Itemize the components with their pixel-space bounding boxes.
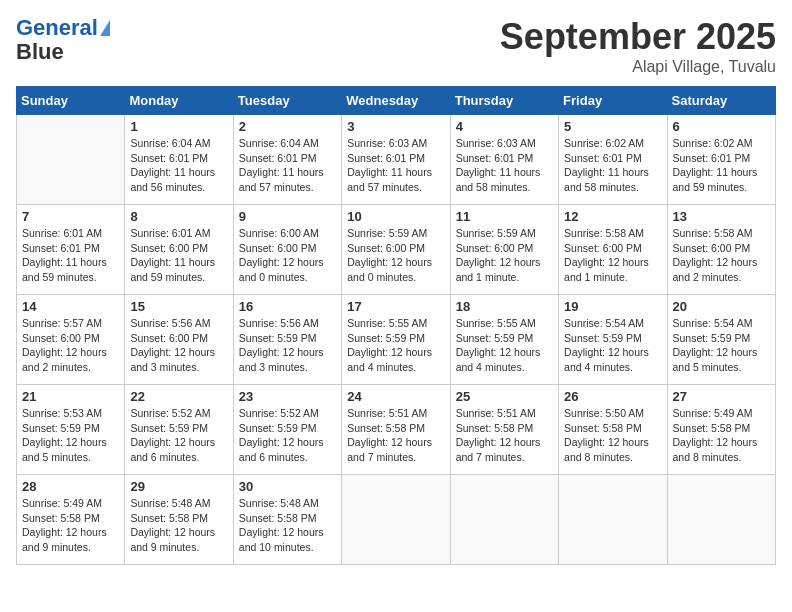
day-info: Sunrise: 5:51 AMSunset: 5:58 PMDaylight:…	[456, 406, 553, 465]
weekday-header-friday: Friday	[559, 87, 667, 115]
day-number: 15	[130, 299, 227, 314]
day-info: Sunrise: 5:52 AMSunset: 5:59 PMDaylight:…	[130, 406, 227, 465]
calendar-cell: 17Sunrise: 5:55 AMSunset: 5:59 PMDayligh…	[342, 295, 450, 385]
title-block: September 2025 Alapi Village, Tuvalu	[500, 16, 776, 76]
week-row-1: 1Sunrise: 6:04 AMSunset: 6:01 PMDaylight…	[17, 115, 776, 205]
day-number: 13	[673, 209, 770, 224]
day-number: 29	[130, 479, 227, 494]
day-info: Sunrise: 5:58 AMSunset: 6:00 PMDaylight:…	[673, 226, 770, 285]
calendar-cell	[559, 475, 667, 565]
day-number: 5	[564, 119, 661, 134]
day-info: Sunrise: 5:56 AMSunset: 6:00 PMDaylight:…	[130, 316, 227, 375]
day-info: Sunrise: 5:48 AMSunset: 5:58 PMDaylight:…	[130, 496, 227, 555]
calendar-cell: 11Sunrise: 5:59 AMSunset: 6:00 PMDayligh…	[450, 205, 558, 295]
day-number: 12	[564, 209, 661, 224]
day-number: 17	[347, 299, 444, 314]
day-number: 1	[130, 119, 227, 134]
calendar-cell: 21Sunrise: 5:53 AMSunset: 5:59 PMDayligh…	[17, 385, 125, 475]
calendar-cell	[342, 475, 450, 565]
logo-general: General	[16, 16, 98, 40]
day-info: Sunrise: 6:04 AMSunset: 6:01 PMDaylight:…	[239, 136, 336, 195]
day-info: Sunrise: 5:59 AMSunset: 6:00 PMDaylight:…	[456, 226, 553, 285]
calendar-cell: 19Sunrise: 5:54 AMSunset: 5:59 PMDayligh…	[559, 295, 667, 385]
calendar-cell: 7Sunrise: 6:01 AMSunset: 6:01 PMDaylight…	[17, 205, 125, 295]
day-number: 27	[673, 389, 770, 404]
day-info: Sunrise: 5:51 AMSunset: 5:58 PMDaylight:…	[347, 406, 444, 465]
day-info: Sunrise: 5:55 AMSunset: 5:59 PMDaylight:…	[456, 316, 553, 375]
day-number: 8	[130, 209, 227, 224]
week-row-3: 14Sunrise: 5:57 AMSunset: 6:00 PMDayligh…	[17, 295, 776, 385]
location-subtitle: Alapi Village, Tuvalu	[500, 58, 776, 76]
calendar-cell: 27Sunrise: 5:49 AMSunset: 5:58 PMDayligh…	[667, 385, 775, 475]
day-info: Sunrise: 5:48 AMSunset: 5:58 PMDaylight:…	[239, 496, 336, 555]
logo: General Blue	[16, 16, 110, 64]
calendar-cell: 14Sunrise: 5:57 AMSunset: 6:00 PMDayligh…	[17, 295, 125, 385]
calendar-cell: 8Sunrise: 6:01 AMSunset: 6:00 PMDaylight…	[125, 205, 233, 295]
day-info: Sunrise: 6:02 AMSunset: 6:01 PMDaylight:…	[673, 136, 770, 195]
calendar-cell: 15Sunrise: 5:56 AMSunset: 6:00 PMDayligh…	[125, 295, 233, 385]
day-info: Sunrise: 5:49 AMSunset: 5:58 PMDaylight:…	[22, 496, 119, 555]
calendar-cell: 5Sunrise: 6:02 AMSunset: 6:01 PMDaylight…	[559, 115, 667, 205]
week-row-2: 7Sunrise: 6:01 AMSunset: 6:01 PMDaylight…	[17, 205, 776, 295]
day-info: Sunrise: 5:56 AMSunset: 5:59 PMDaylight:…	[239, 316, 336, 375]
day-info: Sunrise: 5:50 AMSunset: 5:58 PMDaylight:…	[564, 406, 661, 465]
page-header: General Blue September 2025 Alapi Villag…	[16, 16, 776, 76]
calendar-cell: 23Sunrise: 5:52 AMSunset: 5:59 PMDayligh…	[233, 385, 341, 475]
logo-triangle-icon	[100, 20, 110, 36]
day-number: 28	[22, 479, 119, 494]
weekday-header-monday: Monday	[125, 87, 233, 115]
day-number: 18	[456, 299, 553, 314]
day-info: Sunrise: 6:03 AMSunset: 6:01 PMDaylight:…	[456, 136, 553, 195]
day-info: Sunrise: 5:52 AMSunset: 5:59 PMDaylight:…	[239, 406, 336, 465]
day-number: 22	[130, 389, 227, 404]
day-info: Sunrise: 6:02 AMSunset: 6:01 PMDaylight:…	[564, 136, 661, 195]
day-number: 9	[239, 209, 336, 224]
day-info: Sunrise: 6:04 AMSunset: 6:01 PMDaylight:…	[130, 136, 227, 195]
day-info: Sunrise: 5:55 AMSunset: 5:59 PMDaylight:…	[347, 316, 444, 375]
day-info: Sunrise: 5:54 AMSunset: 5:59 PMDaylight:…	[564, 316, 661, 375]
logo-blue: Blue	[16, 40, 64, 64]
day-info: Sunrise: 5:54 AMSunset: 5:59 PMDaylight:…	[673, 316, 770, 375]
day-number: 26	[564, 389, 661, 404]
day-info: Sunrise: 5:58 AMSunset: 6:00 PMDaylight:…	[564, 226, 661, 285]
day-info: Sunrise: 6:01 AMSunset: 6:01 PMDaylight:…	[22, 226, 119, 285]
day-number: 16	[239, 299, 336, 314]
calendar-cell: 18Sunrise: 5:55 AMSunset: 5:59 PMDayligh…	[450, 295, 558, 385]
day-number: 24	[347, 389, 444, 404]
weekday-header-saturday: Saturday	[667, 87, 775, 115]
day-number: 3	[347, 119, 444, 134]
day-number: 4	[456, 119, 553, 134]
day-number: 11	[456, 209, 553, 224]
weekday-header-wednesday: Wednesday	[342, 87, 450, 115]
day-info: Sunrise: 5:59 AMSunset: 6:00 PMDaylight:…	[347, 226, 444, 285]
calendar-cell: 3Sunrise: 6:03 AMSunset: 6:01 PMDaylight…	[342, 115, 450, 205]
day-number: 10	[347, 209, 444, 224]
calendar-cell: 26Sunrise: 5:50 AMSunset: 5:58 PMDayligh…	[559, 385, 667, 475]
day-number: 20	[673, 299, 770, 314]
day-number: 19	[564, 299, 661, 314]
day-info: Sunrise: 6:00 AMSunset: 6:00 PMDaylight:…	[239, 226, 336, 285]
calendar-table: SundayMondayTuesdayWednesdayThursdayFrid…	[16, 86, 776, 565]
calendar-cell: 25Sunrise: 5:51 AMSunset: 5:58 PMDayligh…	[450, 385, 558, 475]
day-info: Sunrise: 5:49 AMSunset: 5:58 PMDaylight:…	[673, 406, 770, 465]
day-number: 2	[239, 119, 336, 134]
day-info: Sunrise: 6:03 AMSunset: 6:01 PMDaylight:…	[347, 136, 444, 195]
day-number: 6	[673, 119, 770, 134]
calendar-cell: 9Sunrise: 6:00 AMSunset: 6:00 PMDaylight…	[233, 205, 341, 295]
calendar-cell: 16Sunrise: 5:56 AMSunset: 5:59 PMDayligh…	[233, 295, 341, 385]
calendar-cell: 6Sunrise: 6:02 AMSunset: 6:01 PMDaylight…	[667, 115, 775, 205]
calendar-cell: 2Sunrise: 6:04 AMSunset: 6:01 PMDaylight…	[233, 115, 341, 205]
day-number: 23	[239, 389, 336, 404]
calendar-cell: 28Sunrise: 5:49 AMSunset: 5:58 PMDayligh…	[17, 475, 125, 565]
calendar-cell: 10Sunrise: 5:59 AMSunset: 6:00 PMDayligh…	[342, 205, 450, 295]
day-number: 14	[22, 299, 119, 314]
week-row-5: 28Sunrise: 5:49 AMSunset: 5:58 PMDayligh…	[17, 475, 776, 565]
day-number: 21	[22, 389, 119, 404]
month-title: September 2025	[500, 16, 776, 58]
calendar-cell: 13Sunrise: 5:58 AMSunset: 6:00 PMDayligh…	[667, 205, 775, 295]
day-number: 7	[22, 209, 119, 224]
day-info: Sunrise: 6:01 AMSunset: 6:00 PMDaylight:…	[130, 226, 227, 285]
weekday-header-thursday: Thursday	[450, 87, 558, 115]
calendar-cell	[450, 475, 558, 565]
calendar-cell: 4Sunrise: 6:03 AMSunset: 6:01 PMDaylight…	[450, 115, 558, 205]
